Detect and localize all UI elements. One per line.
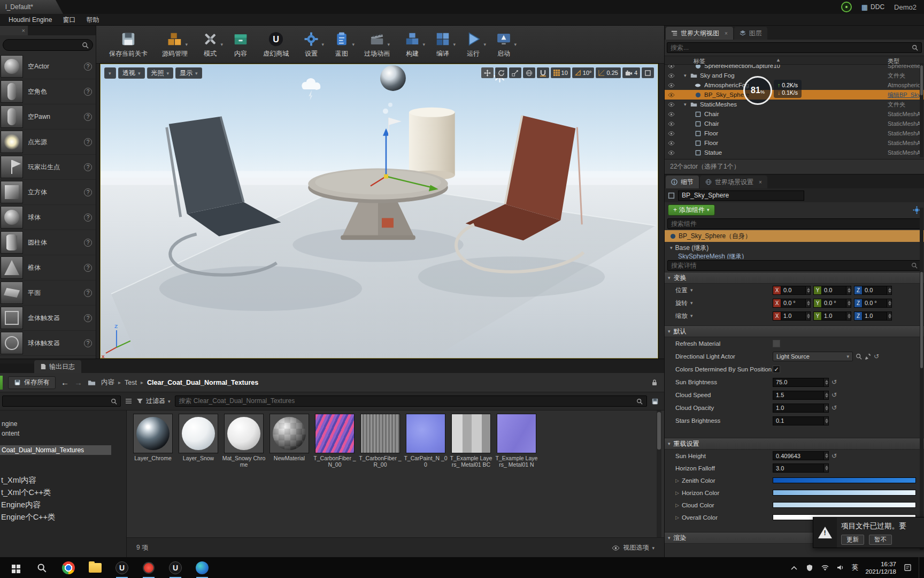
visibility-eye-icon[interactable]	[665, 141, 677, 146]
edge-icon[interactable]	[195, 560, 210, 575]
expander-icon[interactable]: ▷	[675, 515, 679, 520]
spinner[interactable]	[824, 463, 829, 473]
visibility-eye-icon[interactable]	[665, 93, 677, 97]
start-button[interactable]	[7, 560, 22, 575]
caret-down-icon[interactable]: ▾	[690, 313, 693, 318]
place-actor-point-light[interactable]: 点光源?	[0, 130, 96, 155]
content-button[interactable]: 内容	[233, 31, 249, 58]
outliner-row[interactable]: FloorStaticMeshActo	[665, 128, 924, 138]
spinner[interactable]	[887, 286, 892, 295]
visibility-eye-icon[interactable]	[665, 83, 677, 88]
outliner-row[interactable]: StatueStaticMeshActo	[665, 148, 924, 157]
compile-button[interactable]: ▾ 编译	[435, 31, 451, 58]
refresh-material-checkbox[interactable]	[773, 340, 780, 347]
help-icon[interactable]: ?	[84, 214, 92, 222]
visibility-eye-icon[interactable]	[665, 65, 677, 69]
outliner-row[interactable]: SphereReflectionCapture10SphereReflec	[665, 65, 924, 71]
lock-icon[interactable]	[651, 379, 658, 386]
collection-item[interactable]: Engine内容	[0, 499, 126, 511]
scale-gizmo-button[interactable]	[509, 67, 521, 78]
place-actor-sphere[interactable]: 球体?	[0, 205, 96, 230]
spinner[interactable]	[887, 299, 892, 308]
reset-icon[interactable]: ↺	[831, 452, 837, 460]
taskbar-search-button[interactable]	[34, 560, 49, 575]
section-default[interactable]: ▾默认	[665, 325, 924, 337]
viewport-options-button[interactable]: ▾	[104, 67, 116, 79]
collection-item[interactable]: Engine个C++类	[0, 511, 126, 523]
scale-z-field[interactable]: Z1.0	[854, 311, 892, 321]
outliner-row[interactable]: FloorStaticMeshActo	[665, 138, 924, 148]
cloud-opacity-input[interactable]: 1.0	[773, 404, 829, 413]
help-icon[interactable]: ?	[84, 264, 92, 272]
reset-icon[interactable]: ↺	[831, 378, 837, 386]
section-override[interactable]: ▾重载设置	[665, 438, 924, 450]
place-actor-empty-actor[interactable]: 空Actor?	[0, 54, 96, 79]
spinner[interactable]	[806, 286, 811, 295]
cloud-speed-input[interactable]: 1.5	[773, 391, 829, 400]
location-z-field[interactable]: Z0.0	[854, 286, 892, 295]
net-meter-circle[interactable]: 81%	[743, 76, 772, 105]
search-components-input[interactable]: 搜索组件	[667, 218, 921, 229]
help-icon[interactable]: ?	[84, 339, 92, 347]
visibility-eye-icon[interactable]	[665, 112, 677, 117]
settings-button[interactable]: ▾ 设置	[303, 31, 319, 58]
breadcrumb-folder[interactable]: Test	[125, 379, 137, 386]
tray-shield-icon[interactable]	[805, 564, 814, 572]
directional-light-dropdown[interactable]: Light Source▾	[773, 352, 853, 361]
source-item-selected-folder[interactable]: Coat_Dual_Normal_Textures	[0, 445, 111, 455]
folder-tree-icon[interactable]	[88, 379, 96, 386]
modes-button[interactable]: ▾ 模式	[202, 31, 218, 58]
expander-icon[interactable]: ▷	[675, 503, 679, 508]
type-column-header[interactable]: 类型	[888, 57, 899, 65]
help-icon[interactable]: ?	[84, 163, 92, 171]
tab-world-settings[interactable]: 世界场景设置×	[700, 176, 767, 188]
tray-network-icon[interactable]	[821, 564, 829, 572]
tab-output-log[interactable]: 输出日志	[34, 360, 81, 373]
search-details-input[interactable]: 搜索详情	[667, 260, 921, 271]
stars-brightness-input[interactable]: 0.1	[773, 416, 829, 425]
outliner-search-input[interactable]: 搜索...	[667, 42, 922, 53]
unreal-editor-icon[interactable]: U	[114, 560, 129, 575]
colors-by-sun-checkbox[interactable]: ✓	[773, 366, 780, 373]
rotation-y-field[interactable]: Y0.0 °	[813, 299, 851, 308]
viewport-perspective-button[interactable]: 透视▾	[118, 67, 145, 79]
outliner-scrollbar[interactable]	[920, 63, 923, 157]
tab-layers[interactable]: 图层	[734, 27, 767, 40]
asset-tile[interactable]: Layer_Chrome	[131, 414, 175, 468]
translate-gizmo-button[interactable]	[481, 67, 494, 78]
build-button[interactable]: ▾ 构建	[404, 31, 420, 58]
expander-icon[interactable]: ▾	[684, 73, 689, 78]
expander-icon[interactable]: ▾	[670, 245, 673, 250]
assets-scrollbar[interactable]	[657, 410, 661, 537]
spinner[interactable]	[887, 311, 892, 321]
menu-houdini-engine[interactable]: Houdini Engine	[3, 14, 57, 26]
back-button[interactable]: ←	[61, 378, 69, 387]
cloud-color-swatch[interactable]	[773, 502, 916, 508]
spinner[interactable]	[806, 299, 811, 308]
view-options-button[interactable]: 视图选项▾	[612, 543, 654, 552]
asset-tile[interactable]: Layer_Snow	[176, 414, 220, 468]
place-actor-cube[interactable]: 立方体?	[0, 180, 96, 205]
menu-help[interactable]: 帮助	[81, 14, 104, 26]
section-transform[interactable]: ▾变换	[665, 272, 924, 284]
asset-tile[interactable]: T_Example Layers_ Metal01 N	[495, 414, 538, 468]
spinner[interactable]	[824, 451, 829, 460]
taskbar-clock[interactable]: 16:37 2021/12/18	[865, 560, 896, 575]
browse-icon[interactable]	[856, 353, 862, 360]
component-skyspheremesh[interactable]: SkySphereMesh (继承)	[665, 254, 924, 259]
source-control-button[interactable]: ▾ 源码管理	[162, 31, 188, 58]
details-scrollbar[interactable]	[920, 208, 923, 550]
eyedropper-icon[interactable]	[865, 353, 871, 360]
scale-snap-button[interactable]: 0.25	[596, 67, 620, 78]
rotation-snap-button[interactable]: 10°	[572, 67, 595, 78]
asset-tile[interactable]: T_CarbonFiber _N_00	[313, 414, 357, 468]
spinner[interactable]	[824, 404, 829, 413]
world-local-toggle-button[interactable]	[523, 67, 535, 78]
scale-y-field[interactable]: Y1.0	[813, 311, 851, 321]
filters-button[interactable]: 过滤器▾	[136, 397, 171, 406]
collection-item[interactable]: t_Xml个C++类	[0, 486, 126, 499]
asset-tile[interactable]: T_CarbonFiber _R_00	[358, 414, 402, 468]
help-icon[interactable]: ?	[84, 113, 92, 121]
caret-down-icon[interactable]: ▾	[690, 300, 693, 306]
help-icon[interactable]: ?	[84, 314, 92, 322]
